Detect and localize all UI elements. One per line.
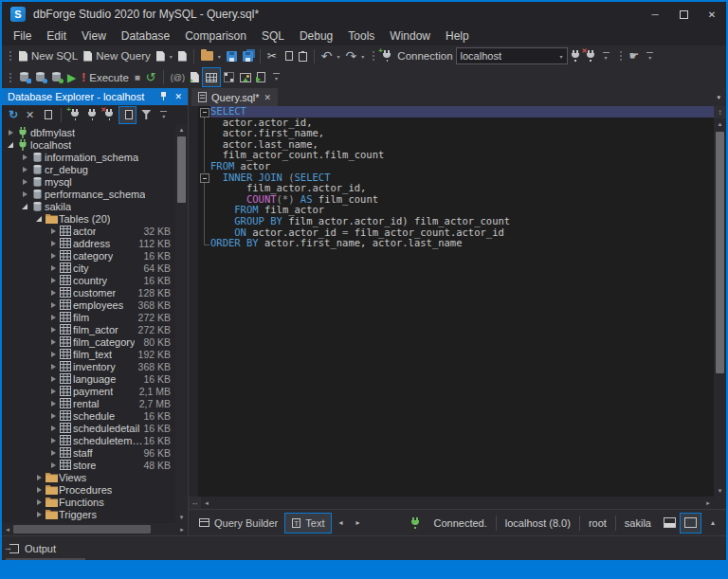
tree-item-scheduledetail[interactable]: scheduledetail16 KB xyxy=(2,422,176,434)
paste-button[interactable] xyxy=(296,46,310,65)
undo-button[interactable]: ↶ ▾ xyxy=(318,46,343,65)
expand-arrow-icon[interactable] xyxy=(34,216,44,222)
expand-arrow-icon[interactable] xyxy=(34,512,44,517)
tree-item-cr-debug[interactable]: cr_debug xyxy=(2,163,176,175)
editor-horizontal-scrollbar[interactable]: ↔ ◂ ▸ xyxy=(189,497,726,509)
new-from-template-button[interactable]: ↴ xyxy=(175,46,190,65)
tree-item-schedule[interactable]: schedule16 KB xyxy=(2,409,176,422)
expand-arrow-icon[interactable] xyxy=(48,302,58,308)
menu-sql[interactable]: SQL xyxy=(254,27,292,45)
tree-item-employees[interactable]: employees368 KB xyxy=(2,299,176,311)
tree-item-triggers[interactable]: Triggers xyxy=(2,508,176,520)
expand-arrow-icon[interactable] xyxy=(48,241,58,246)
tab-query-sql[interactable]: Query.sql* ✕ xyxy=(191,88,278,106)
user-name[interactable]: root xyxy=(580,517,615,529)
connection-combobox[interactable]: localhost ▾ xyxy=(456,47,568,64)
toolbar-grip[interactable] xyxy=(371,49,375,63)
editor-h-splitter[interactable]: ↔ xyxy=(189,497,201,509)
scroll-down-button[interactable]: ▾ xyxy=(175,512,188,523)
menu-edit[interactable]: Edit xyxy=(39,27,74,45)
tab-list-dropdown[interactable]: ▾ xyxy=(717,94,720,101)
redo-button[interactable]: ↷ ▾ xyxy=(343,46,368,65)
code-line-13[interactable]: ORDER BY actor.first_name, actor.last_na… xyxy=(198,238,714,249)
cut-button[interactable]: ✂ xyxy=(264,46,280,65)
expand-arrow-icon[interactable] xyxy=(20,179,29,185)
tree-item-scheduletemplated[interactable]: scheduletemplated...16 KB xyxy=(2,434,176,446)
pointer-tool-button[interactable]: ☛ xyxy=(627,46,643,65)
panel-close-button[interactable]: ✕ xyxy=(174,92,182,101)
query-profiler-button[interactable] xyxy=(221,68,237,87)
stop-button[interactable]: ■ xyxy=(132,68,143,87)
toolbar-overflow-button[interactable]: ▾ xyxy=(273,73,280,81)
fold-marker-icon[interactable] xyxy=(198,106,210,118)
collapse-bar-button[interactable]: ▴ xyxy=(703,518,722,527)
toolbar-grip[interactable] xyxy=(8,49,12,63)
expand-arrow-icon[interactable] xyxy=(48,389,58,394)
expand-arrow-icon[interactable] xyxy=(48,413,58,419)
tree-item-functions[interactable]: Functions xyxy=(2,496,176,508)
tree-item-tables-20[interactable]: Tables (20) xyxy=(2,212,176,225)
scroll-down-button[interactable]: ▾ xyxy=(714,485,726,497)
database-settings-button[interactable] xyxy=(32,68,48,87)
code-line-8[interactable]: film_actor.actor_id, xyxy=(198,183,714,194)
tree-item-film-text[interactable]: film_text192 KB xyxy=(2,348,176,360)
menu-window[interactable]: Window xyxy=(382,27,438,45)
scrollbar-thumb[interactable] xyxy=(716,132,724,373)
menu-tools[interactable]: Tools xyxy=(340,27,382,45)
tree-item-localhost[interactable]: localhost xyxy=(2,138,176,151)
editor-vertical-scrollbar[interactable]: ↕ ▴ ▾ xyxy=(714,106,726,497)
expand-arrow-icon[interactable] xyxy=(48,339,58,345)
tree-item-address[interactable]: address112 KB xyxy=(2,237,176,249)
expand-arrow-icon[interactable] xyxy=(48,425,58,431)
tree-item-country[interactable]: country16 KB xyxy=(2,274,176,286)
explorer-overflow-button[interactable]: ▾ xyxy=(160,111,167,119)
maximize-button[interactable] xyxy=(669,2,698,27)
expand-arrow-icon[interactable] xyxy=(48,253,58,259)
tree-horizontal-scrollbar[interactable]: ◂ ▸ xyxy=(2,523,188,535)
tab-close-button[interactable]: ✕ xyxy=(264,93,272,102)
expand-arrow-icon[interactable] xyxy=(48,352,58,357)
menu-comparison[interactable]: Comparison xyxy=(177,27,254,45)
toolbar-grip[interactable] xyxy=(8,71,12,84)
tree-item-film-category[interactable]: film_category80 KB xyxy=(2,335,176,348)
menu-view[interactable]: View xyxy=(74,27,114,45)
expand-arrow-icon[interactable] xyxy=(48,450,58,456)
export-script-button[interactable] xyxy=(188,68,202,87)
expand-arrow-icon[interactable] xyxy=(48,228,58,234)
disconnect-button[interactable]: ✕ xyxy=(583,46,598,65)
tree-item-rental[interactable]: rental2,7 MB xyxy=(2,397,176,409)
tree-item-inventory[interactable]: inventory368 KB xyxy=(2,360,176,372)
expand-arrow-icon[interactable] xyxy=(48,290,58,296)
database-check-button[interactable] xyxy=(48,68,64,87)
query-plan-button[interactable] xyxy=(237,68,254,87)
menu-database[interactable]: Database xyxy=(114,27,177,45)
filter-button[interactable] xyxy=(138,106,154,123)
tree-item-information-schema[interactable]: information_schema xyxy=(2,151,176,163)
expand-arrow-icon[interactable] xyxy=(6,130,15,136)
minimize-button[interactable]: ─ xyxy=(641,2,669,27)
scrollbar-thumb[interactable] xyxy=(13,525,151,534)
editor-splitter[interactable]: ↕ xyxy=(714,106,726,118)
copy-button[interactable] xyxy=(280,46,296,65)
tree-item-store[interactable]: store48 KB xyxy=(2,459,176,471)
expand-arrow-icon[interactable] xyxy=(34,499,44,505)
next-view-button[interactable]: ▸ xyxy=(349,518,366,527)
expand-arrow-icon[interactable] xyxy=(48,364,58,370)
text-view-button[interactable]: T Text xyxy=(284,513,332,534)
delete-button[interactable]: ✕ xyxy=(23,106,37,123)
tree-item-performance-schema[interactable]: performance_schema xyxy=(2,188,176,200)
show-all-objects-button[interactable] xyxy=(118,106,136,124)
expand-arrow-icon[interactable] xyxy=(48,315,58,320)
open-file-button[interactable]: ▾ xyxy=(198,46,224,65)
tree-item-payment[interactable]: payment2,1 MB xyxy=(2,385,176,397)
execution-history-button[interactable]: ↺ xyxy=(143,68,159,87)
new-sql-button[interactable]: + New SQL xyxy=(16,46,81,65)
output-tab[interactable]: Output xyxy=(9,543,56,554)
new-connection-button[interactable]: + xyxy=(379,46,394,65)
tree-item-views[interactable]: Views xyxy=(2,471,176,483)
tree-item-category[interactable]: category16 KB xyxy=(2,249,176,262)
expand-arrow-icon[interactable] xyxy=(34,487,44,493)
expand-arrow-icon[interactable] xyxy=(48,401,58,407)
code-line-5[interactable]: film_actor_count.film_count xyxy=(198,150,714,161)
tree-vertical-scrollbar[interactable]: ▴ ▾ xyxy=(175,124,188,523)
